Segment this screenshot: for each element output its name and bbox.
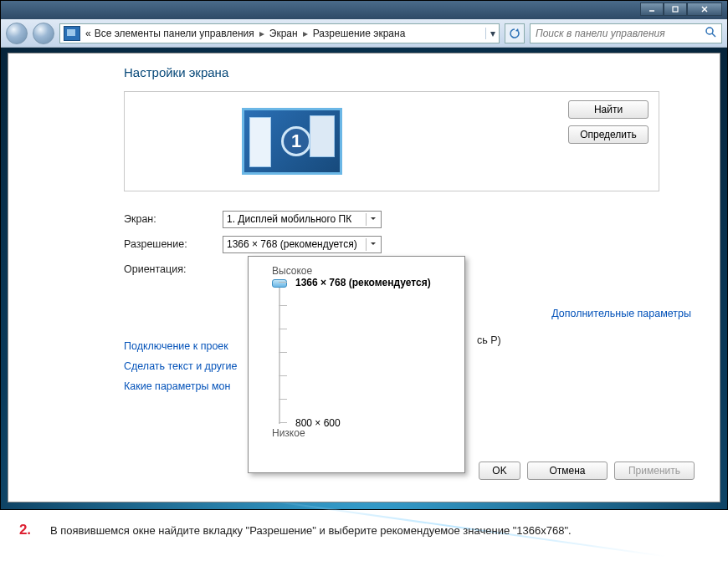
chevron-down-icon[interactable] <box>366 213 379 226</box>
search-box[interactable] <box>530 23 722 43</box>
breadcrumb-seg[interactable]: Разрешение экрана <box>311 28 408 39</box>
chevron-down-icon[interactable] <box>366 238 379 251</box>
navbar: « Все элементы панели управления ▸ Экран… <box>1 19 727 48</box>
resolution-combo-value: 1366 × 768 (рекомендуется) <box>227 238 357 250</box>
breadcrumb-prefix: « <box>84 28 93 39</box>
page-title: Настройки экрана <box>124 65 659 79</box>
nav-forward-button[interactable] <box>33 23 54 44</box>
monitor-taskbar-icon <box>249 117 271 167</box>
desktop-background: « Все элементы панели управления ▸ Экран… <box>0 0 728 510</box>
apply-button[interactable]: Применить <box>614 462 695 480</box>
search-icon[interactable] <box>705 26 716 41</box>
svg-line-5 <box>712 33 715 37</box>
resolution-label: Разрешение: <box>124 238 223 250</box>
dialog-button-row: OK Отмена Применить <box>479 462 695 480</box>
ok-button[interactable]: OK <box>479 462 520 480</box>
projector-hint: сь P) <box>477 334 501 346</box>
breadcrumb[interactable]: « Все элементы панели управления ▸ Экран… <box>59 23 500 43</box>
resolution-combo[interactable]: 1366 × 768 (рекомендуется) <box>223 236 382 253</box>
chevron-right-icon[interactable]: ▸ <box>300 28 311 39</box>
chevron-right-icon[interactable]: ▸ <box>256 28 268 39</box>
svg-rect-1 <box>673 7 678 12</box>
cancel-button[interactable]: Отмена <box>527 462 608 480</box>
instruction-number: 2. <box>0 522 50 538</box>
detect-button[interactable]: Определить <box>568 125 649 144</box>
content-area: Настройки экрана 1 Найти Определить Экра… <box>8 53 720 502</box>
maximize-button[interactable] <box>664 3 687 16</box>
monitor-thumbnail[interactable]: 1 <box>242 108 342 175</box>
breadcrumb-seg[interactable]: Все элементы панели управления <box>93 28 256 39</box>
control-panel-icon <box>64 26 80 41</box>
refresh-button[interactable] <box>505 23 525 43</box>
find-button[interactable]: Найти <box>568 100 649 119</box>
monitor-number: 1 <box>281 126 311 156</box>
screen-label: Экран: <box>124 213 223 225</box>
resolution-slider-thumb[interactable] <box>272 279 287 288</box>
screen-combo[interactable]: 1. Дисплей мобильного ПК <box>223 211 382 228</box>
minimize-button[interactable] <box>640 3 664 16</box>
screen-combo-value: 1. Дисплей мобильного ПК <box>227 213 351 225</box>
instruction-row: 2. В появившемся окне найдите вкладку "Р… <box>0 522 728 538</box>
advanced-settings-link[interactable]: Дополнительные параметры <box>551 308 691 319</box>
resolution-min-label: 800 × 600 <box>295 417 341 429</box>
window-button-group <box>640 3 722 16</box>
close-button[interactable] <box>687 3 722 16</box>
monitor-window-icon <box>310 115 335 157</box>
nav-back-button[interactable] <box>6 23 28 44</box>
resolution-slider-track[interactable]: 1366 × 768 (рекомендуется) 800 × 600 <box>279 282 453 424</box>
svg-point-4 <box>706 28 713 34</box>
search-input[interactable] <box>536 28 705 39</box>
resolution-high-label: Высокое <box>272 265 453 277</box>
breadcrumb-seg[interactable]: Экран <box>268 28 300 39</box>
resolution-popup[interactable]: Высокое 1366 × 768 (рекомендуется) 800 ×… <box>248 256 465 473</box>
breadcrumb-dropdown[interactable]: ▾ <box>485 28 499 39</box>
resolution-low-label: Низкое <box>272 427 453 439</box>
instruction-text: В появившемся окне найдите вкладку "Разр… <box>50 524 572 537</box>
display-preview-box: 1 Найти Определить <box>124 91 659 191</box>
titlebar[interactable] <box>1 1 727 19</box>
orientation-label: Ориентация: <box>124 263 223 275</box>
resolution-selected-label: 1366 × 768 (рекомендуется) <box>295 277 431 288</box>
